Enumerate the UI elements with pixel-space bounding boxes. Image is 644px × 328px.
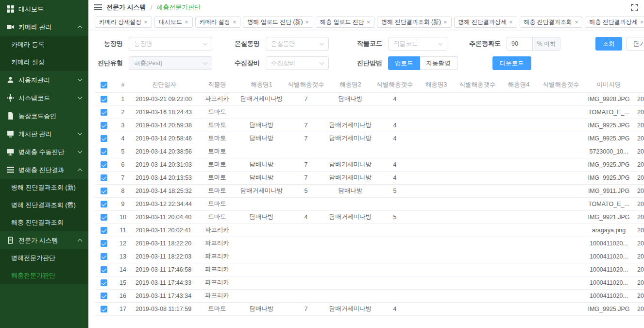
sidebar-item-diagnosis-results[interactable]: 병해충 진단결과 [0, 161, 88, 179]
close-icon[interactable]: × [367, 19, 371, 25]
cell-num: 8 [113, 184, 133, 197]
row-checkbox[interactable] [101, 214, 107, 221]
row-checkbox[interactable] [101, 293, 107, 299]
table-row[interactable]: 52019-03-14 20:38:56토마토5723000_10...2019 [95, 145, 644, 158]
sidebar-item-label: 병해 진단결과조회 (舊) [11, 201, 76, 209]
select-all-checkbox[interactable] [101, 82, 107, 88]
search-button[interactable]: 조회 [595, 37, 622, 51]
sidebar-item-manual-diagnosis[interactable]: 병해충 수동진단 [0, 143, 88, 161]
tab-item[interactable]: 해충 진단결과상세× [585, 17, 644, 28]
download-button[interactable]: 다운로드 [492, 56, 531, 70]
sidebar-item-pest-results[interactable]: 해충 진단결과조회 [0, 214, 88, 231]
cell-count1 [285, 105, 327, 119]
table-row[interactable]: 22019-03-16 18:24:43토마토TOMATO_E_...2019 [95, 105, 644, 119]
table-row[interactable]: 122019-03-11 18:22:20파프리카1000411020...20… [95, 237, 644, 250]
table-row[interactable]: 102019-03-11 20:04:40토마토담배나방4담배거세미나방5IMG… [95, 210, 644, 224]
row-checkbox[interactable] [101, 240, 107, 247]
tab-item[interactable]: 해충 진단결과조회× [520, 17, 583, 28]
close-icon[interactable]: × [305, 19, 309, 25]
crop-code-label: 작물코드 [348, 39, 382, 48]
sidebar-item-disease-expert[interactable]: 병해전문가판단 [0, 249, 88, 267]
tab-item[interactable]: 병해 진단결과상세× [454, 17, 517, 28]
row-checkbox[interactable] [101, 96, 107, 103]
cell-pest3 [416, 289, 456, 302]
sidebar-item-board-management[interactable]: 게시판 관리 [0, 125, 88, 143]
sidebar-item-disease-results-old[interactable]: 병해 진단결과조회 (舊) [0, 196, 88, 214]
table-row[interactable]: 152019-03-11 17:44:33파프리카1000411020...20… [95, 276, 644, 289]
hamburger-menu-icon[interactable] [94, 4, 102, 11]
row-checkbox[interactable] [101, 109, 107, 116]
expert-system-icon [7, 237, 14, 244]
close-icon[interactable]: × [233, 19, 237, 25]
sidebar-item-disease-results-new[interactable]: 병해 진단결과조회 (新) [0, 179, 88, 196]
fullscreen-icon[interactable] [631, 4, 638, 11]
tab-item[interactable]: 병해 업로드 진단 (新)× [243, 17, 313, 28]
row-checkbox[interactable] [101, 188, 107, 194]
cell-count2: 4 [373, 171, 416, 184]
row-checkbox[interactable] [101, 253, 107, 260]
cell-image: TOMATO_E_... [583, 105, 634, 119]
table-row[interactable]: 82019-03-14 18:25:32토마토담배거세미나방5담배나방5IMG_… [95, 184, 644, 197]
diagnosis-type-select[interactable]: 해충(Pest) [129, 56, 212, 70]
row-checkbox[interactable] [101, 306, 107, 312]
accuracy-input[interactable] [507, 37, 533, 51]
sidebar-item-dashboard[interactable]: 대시보드 [0, 0, 88, 18]
row-checkbox[interactable] [101, 227, 107, 234]
table-row[interactable]: 42019-03-14 20:58:46토마토담배나방7담배거세미나방4IMG_… [95, 132, 644, 145]
device-select[interactable]: 수집장비 [266, 56, 329, 70]
close-icon[interactable]: × [185, 19, 188, 25]
tab-item[interactable]: 카메라 상세설정× [95, 17, 152, 28]
row-checkbox[interactable] [101, 161, 107, 168]
farm-select[interactable]: 농장명 [129, 37, 212, 51]
tab-item[interactable]: 해충 업로드 진단× [316, 17, 374, 28]
close-icon[interactable]: × [575, 19, 578, 25]
close-button[interactable]: 닫기 [626, 37, 644, 51]
crop-code-select[interactable]: 작물코드 [388, 37, 447, 51]
table-row[interactable]: 12019-03-21 09:22:00파프리카담배거세미나방7담배나방4IMG… [95, 92, 644, 105]
row-checkbox[interactable] [101, 266, 107, 273]
close-icon[interactable]: × [640, 19, 644, 25]
row-checkbox[interactable] [101, 122, 107, 129]
cell-pest3 [416, 105, 456, 119]
breadcrumb-section[interactable]: 전문가 시스템 [106, 3, 146, 12]
method-option-button[interactable]: 자동촬영 [420, 56, 458, 70]
row-checkbox[interactable] [101, 135, 107, 142]
cell-image: 1000411020... [583, 250, 634, 263]
table-row[interactable]: 62019-03-14 20:31:03토마토담배나방7담배거세미나방4IMG_… [95, 158, 644, 171]
table-row[interactable]: 32019-03-14 20:59:38토마토담배나방7담배거세미나방4IMG_… [95, 119, 644, 132]
table-row[interactable]: 112019-03-11 20:02:41파프리카aragaya.png2019 [95, 224, 644, 237]
row-checkbox[interactable] [101, 279, 107, 286]
table-row[interactable]: 142019-03-11 17:46:58파프리카1000411020...20… [95, 263, 644, 276]
sidebar-item-camera-register[interactable]: 카메라 등록 [0, 36, 88, 53]
close-icon[interactable]: × [144, 19, 148, 25]
chevron-down-icon [78, 131, 83, 136]
row-checkbox[interactable] [101, 201, 107, 207]
table-row[interactable]: 162019-03-11 17:43:34파프리카1000411020...20… [95, 289, 644, 302]
table-header-col-count4: 식별해충갯수 [539, 78, 583, 92]
sidebar-item-user-management[interactable]: 사용자관리 [0, 71, 88, 89]
sidebar-item-system-code[interactable]: 시스템코드 [0, 89, 88, 107]
sidebar-item-camera-settings[interactable]: 카메라 설정 [0, 53, 88, 71]
table-row[interactable]: 132019-03-11 18:22:03파프리카1000411020...20… [95, 250, 644, 263]
sidebar-item-camera-management[interactable]: 카메라 관리 [0, 18, 88, 36]
close-icon[interactable]: × [443, 19, 447, 25]
cell-crop: 토마토 [196, 210, 238, 224]
cell-pest4 [499, 289, 539, 302]
row-checkbox[interactable] [101, 174, 107, 181]
cell-count4 [539, 171, 583, 184]
close-icon[interactable]: × [509, 19, 513, 25]
sidebar-item-pest-expert[interactable]: 해충전문가판단 [0, 267, 88, 284]
tab-item[interactable]: 대시보드× [154, 17, 193, 28]
table-row[interactable]: 172019-03-08 11:17:59토마토담배나방7담배거세미나방4IMG… [95, 302, 644, 315]
tab-item[interactable]: 병해 진단결과조회 (新)× [377, 17, 451, 28]
tab-item[interactable]: 카메라 설정× [195, 17, 241, 28]
sidebar-item-farm-code-approval[interactable]: 농장코드승인 [0, 107, 88, 125]
method-option-button[interactable]: 업로드 [388, 56, 420, 70]
row-checkbox[interactable] [101, 148, 107, 155]
table-row[interactable]: 92019-03-12 22:34:44토마토TOMATO_E_...2019 [95, 197, 644, 210]
greenhouse-select[interactable]: 온실동명 [266, 37, 329, 51]
cell-count4 [539, 184, 583, 197]
table-row[interactable]: 72019-03-14 20:13:53토마토담배나방7담배거세미나방4IMG_… [95, 171, 644, 184]
checkbox-cell [95, 276, 113, 289]
sidebar-item-expert-system[interactable]: 전문가 시스템 [0, 231, 88, 249]
